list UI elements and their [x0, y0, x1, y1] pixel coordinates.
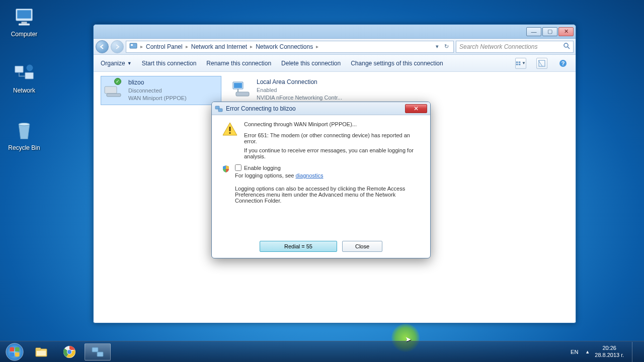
- desktop-icon-recycle-bin[interactable]: Recycle Bin: [4, 119, 44, 151]
- svg-rect-38: [97, 352, 103, 356]
- logging-note-text: Logging options can also be accessed by …: [235, 186, 420, 204]
- svg-rect-23: [234, 83, 242, 88]
- svg-rect-20: [105, 86, 117, 94]
- nav-bar: ▸ Control Panel ▸ Network and Internet ▸…: [94, 39, 576, 55]
- dialog-connecting-text: Connecting through WAN Miniport (PPPOE).…: [244, 121, 420, 127]
- chevron-down-icon: ▼: [127, 61, 132, 66]
- svg-rect-1: [17, 10, 31, 19]
- desktop-icon-label: Network: [13, 87, 35, 94]
- dialog-error-text: Error 651: The modem (or other connectin…: [244, 132, 420, 144]
- search-icon[interactable]: [563, 42, 570, 51]
- clock-date: 28.8.2013 г.: [595, 352, 624, 358]
- desktop-icon-network[interactable]: Network: [4, 61, 44, 94]
- svg-point-10: [564, 43, 568, 47]
- svg-rect-37: [92, 347, 98, 352]
- clock[interactable]: 20:26 28.8.2013 г.: [595, 345, 624, 358]
- status-badge-icon: ✓: [114, 78, 121, 85]
- network-adapter-icon: [231, 78, 253, 98]
- search-box[interactable]: [456, 41, 574, 53]
- search-input[interactable]: [459, 43, 563, 50]
- breadcrumb-sep-icon: ▸: [140, 44, 143, 49]
- organize-menu[interactable]: Organize▼: [101, 60, 132, 67]
- enable-logging-input[interactable]: [235, 164, 242, 171]
- breadcrumb-control-panel[interactable]: Control Panel: [146, 43, 183, 50]
- dialog-close-button[interactable]: ✕: [405, 104, 427, 113]
- svg-rect-4: [15, 66, 23, 72]
- redial-button[interactable]: Redial = 55: [260, 241, 337, 252]
- taskbar-network-connections[interactable]: [85, 343, 111, 360]
- svg-rect-2: [22, 22, 27, 24]
- refresh-icon[interactable]: ↻: [442, 43, 450, 51]
- desktop-icon-label: Recycle Bin: [8, 144, 40, 151]
- computer-icon: [12, 5, 36, 29]
- svg-rect-26: [218, 109, 222, 112]
- desktop-icon-computer[interactable]: Computer: [4, 5, 44, 38]
- logging-prefix-text: For logging options, see: [235, 172, 295, 178]
- minimize-button[interactable]: —: [526, 27, 541, 36]
- svg-rect-21: [107, 94, 121, 97]
- close-button[interactable]: Close: [342, 241, 382, 252]
- taskbar-explorer[interactable]: [28, 343, 54, 360]
- svg-text:?: ?: [561, 60, 565, 66]
- start-connection-button[interactable]: Start this connection: [142, 60, 197, 67]
- help-button[interactable]: ?: [557, 58, 569, 69]
- connection-status: Disconnected: [128, 87, 187, 95]
- svg-rect-13: [519, 61, 521, 63]
- language-indicator[interactable]: EN: [569, 348, 580, 356]
- address-dropdown-icon[interactable]: ▾: [433, 43, 441, 51]
- connection-item-lan[interactable]: Local Area Connection Enabled NVIDIA nFo…: [229, 76, 350, 104]
- connection-device: WAN Miniport (PPPOE): [128, 95, 187, 102]
- svg-line-11: [568, 47, 570, 49]
- diagnostics-link[interactable]: diagnostics: [295, 172, 323, 178]
- svg-rect-32: [37, 351, 46, 355]
- network-icon: [215, 105, 223, 113]
- connection-item-blizoo[interactable]: ✓ blizoo Disconnected WAN Miniport (PPPO…: [101, 76, 221, 105]
- forward-button[interactable]: [111, 40, 124, 53]
- show-hidden-icons[interactable]: ▲: [585, 349, 590, 354]
- arrow-left-icon: [99, 44, 105, 50]
- connection-device: NVIDIA nForce Networking Contr...: [257, 94, 342, 102]
- network-icon: [12, 61, 36, 85]
- delete-connection-button[interactable]: Delete this connection: [281, 60, 341, 67]
- breadcrumb-sep-icon: ▸: [186, 44, 188, 49]
- show-desktop-button[interactable]: [632, 342, 637, 362]
- breadcrumb-network-connections[interactable]: Network Connections: [256, 43, 313, 50]
- svg-point-6: [27, 65, 33, 71]
- clock-time: 20:26: [595, 345, 624, 351]
- control-panel-icon: [129, 42, 137, 51]
- recycle-bin-icon: [12, 119, 36, 143]
- dialog-titlebar[interactable]: Error Connecting to blizoo ✕: [212, 102, 430, 115]
- svg-rect-24: [236, 92, 249, 96]
- view-options-button[interactable]: ▼: [515, 58, 526, 69]
- close-button[interactable]: ✕: [558, 27, 574, 36]
- change-settings-button[interactable]: Change settings of this connection: [351, 60, 443, 67]
- rename-connection-button[interactable]: Rename this connection: [206, 60, 271, 67]
- error-dialog: Error Connecting to blizoo ✕ Connecting …: [211, 102, 431, 258]
- shield-icon: [222, 165, 230, 173]
- breadcrumb-network-internet[interactable]: Network and Internet: [191, 43, 247, 50]
- svg-point-7: [19, 123, 30, 126]
- svg-rect-27: [229, 127, 231, 131]
- back-button[interactable]: [96, 40, 109, 53]
- dialog-hint-text: If you continue to receive error message…: [244, 147, 420, 159]
- start-button[interactable]: [3, 342, 26, 361]
- breadcrumb-sep-icon: ▸: [316, 44, 318, 49]
- maximize-button[interactable]: ▢: [542, 27, 557, 36]
- svg-point-29: [6, 343, 23, 360]
- taskbar: EN ▲ 20:26 28.8.2013 г.: [0, 341, 644, 362]
- svg-rect-3: [19, 24, 30, 26]
- svg-rect-15: [519, 63, 521, 65]
- taskbar-chrome[interactable]: [56, 343, 83, 360]
- preview-pane-button[interactable]: [536, 58, 547, 69]
- connection-status: Enabled: [257, 86, 342, 94]
- warning-icon: [222, 121, 238, 137]
- address-bar[interactable]: ▸ Control Panel ▸ Network and Internet ▸…: [126, 41, 454, 53]
- chevron-down-icon: ▼: [522, 61, 526, 65]
- connection-name: blizoo: [128, 78, 187, 87]
- windows-logo-icon: [5, 342, 24, 361]
- modem-icon: ✓: [103, 78, 124, 99]
- window-titlebar[interactable]: — ▢ ✕: [94, 25, 576, 39]
- svg-rect-5: [25, 72, 33, 79]
- svg-rect-31: [36, 348, 41, 350]
- enable-logging-checkbox[interactable]: Enable logging: [235, 164, 420, 171]
